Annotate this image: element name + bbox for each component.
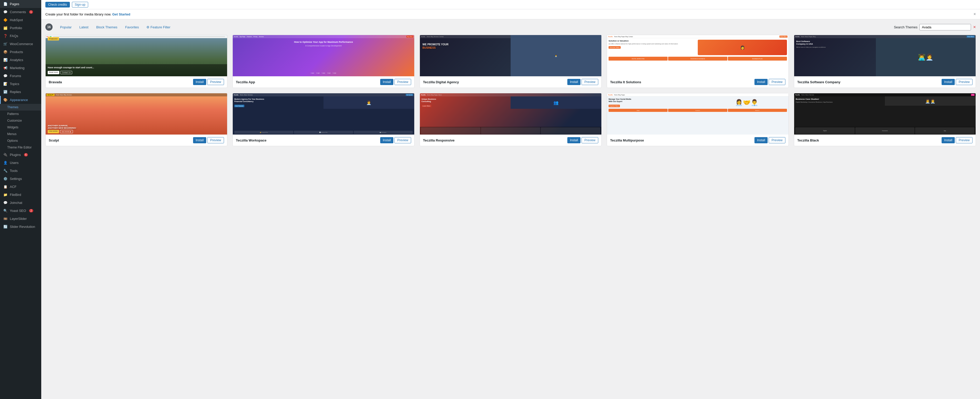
sidebar-item-layerslider[interactable]: 🎞️ LayerSlider [0,215,41,223]
sidebar-item-hubspot[interactable]: 🔶 HubSpot [0,16,41,24]
filter-favorites[interactable]: Favorites [122,24,142,30]
theme-count: 16 [45,24,52,31]
sidebar-item-marketing[interactable]: 📢 Marketing [0,64,41,72]
theme-grid: Have enough courage to start and count..… [45,35,976,146]
sidebar-item-label: Settings [10,177,22,181]
sidebar-item-options[interactable]: Options [0,137,41,144]
sidebar: 📄 Pages 💬 Comments 1 🔶 HubSpot 🗂️ Portfo… [0,0,41,399]
sidebar-item-users[interactable]: 👤 Users [0,159,41,167]
teczilla-software-install-button[interactable]: Install [942,79,955,85]
sidebar-item-forums[interactable]: 💬 Forums [0,72,41,80]
teczilla-software-preview-button[interactable]: Preview [956,79,972,85]
signup-button[interactable]: Sign-up [72,2,88,8]
teczilla-digital-preview-button[interactable]: Preview [582,79,598,85]
theme-card-teczilla-software[interactable]: TeczillaHomeAboutPagesBlog Show More Bes… [794,35,976,88]
theme-card-teczilla-digital[interactable]: TeczillaHomeBlogServicesContact WE PROMO… [420,35,601,88]
teczilla-multipurpose-preview-button[interactable]: Preview [768,137,785,143]
sidebar-item-filebird[interactable]: 📁 FileBird [0,191,41,199]
sidebar-item-widgets[interactable]: Widgets [0,124,41,131]
sidebar-item-settings[interactable]: ⚙️ Settings [0,175,41,183]
teczilla-black-preview-button[interactable]: Preview [956,137,972,143]
sidebar-item-themes[interactable]: Themes [0,104,41,111]
search-themes-input[interactable] [920,24,971,30]
get-started-link[interactable]: Get Started [112,13,130,16]
main-area: Check credits Sign-up Create your first … [41,0,980,399]
sidebar-item-plugins[interactable]: 🔌 Plugins 6 [0,151,41,159]
filter-latest[interactable]: Latest [76,24,92,30]
teczilla-responsive-preview-button[interactable]: Preview [582,137,598,143]
theme-card-teczilla-multipurpose[interactable]: Teczilla HomeBlogPages Manage Your Socia… [607,93,789,146]
theme-card-teczilla-app[interactable]: Teczilla App Page Features Pricing Servi… [232,35,414,88]
yoast-icon: 🔍 [3,209,8,213]
theme-card-teczilla-responsive[interactable]: Teczilla HomeBlogPagesAbout Unique Busin… [420,93,601,146]
sidebar-item-customize[interactable]: Customize [0,117,41,124]
analytics-icon: 📊 [3,58,8,62]
teczilla-digital-install-button[interactable]: Install [567,79,581,85]
search-clear-button[interactable]: × [973,24,976,30]
filebird-icon: 📁 [3,193,8,197]
teczilla-multipurpose-install-button[interactable]: Install [754,137,768,143]
teczilla-app-install-button[interactable]: Install [380,79,393,85]
sidebar-sub-label: Widgets [7,126,18,129]
theme-card-bravada[interactable]: Have enough courage to start and count..… [45,35,228,88]
theme-image-teczilla-workspace: Teczilla HomeAboutServices Get Quote Mod… [233,93,414,135]
acf-icon: 📋 [3,185,8,189]
feature-filter-button[interactable]: ⚙ Feature Filter [146,25,170,29]
theme-card-teczilla-workspace[interactable]: Teczilla HomeAboutServices Get Quote Mod… [232,93,414,146]
theme-card-sculpt[interactable]: SCULPT HomeAboutBlogServices ANOTHER SUN… [45,93,228,146]
theme-image-teczilla-app: Teczilla App Page Features Pricing Servi… [233,35,414,76]
theme-card-teczilla-it[interactable]: Teczilla HomeBlogPagesBlogContact Show M… [607,35,789,88]
sidebar-item-label: Topics [10,82,19,86]
sidebar-item-joinchat[interactable]: 💬 Joinchat [0,199,41,207]
search-themes-container: Search Themes × [894,24,976,30]
sidebar-item-replies[interactable]: ↩️ Replies [0,88,41,96]
sidebar-item-menus[interactable]: Menus [0,131,41,137]
bravada-install-button[interactable]: Install [193,79,206,85]
teczilla-multipurpose-footer: Teczilla Multipurpose Install Preview [607,135,789,146]
notice-close-button[interactable]: × [974,12,976,16]
sidebar-item-woocommerce[interactable]: 🛒 WooCommerce [0,40,41,48]
bravada-name: Bravada [49,80,62,84]
sidebar-sub-label: Menus [7,132,16,136]
sidebar-item-patterns[interactable]: Patterns [0,111,41,117]
settings-icon: ⚙️ [3,177,8,181]
sculpt-install-button[interactable]: Install [193,137,206,143]
bravada-preview-button[interactable]: Preview [207,79,224,85]
sidebar-item-appearance[interactable]: 🎨 Appearance [0,96,41,104]
teczilla-it-preview-button[interactable]: Preview [768,79,785,85]
teczilla-black-install-button[interactable]: Install [942,137,955,143]
sidebar-item-slider-revolution[interactable]: 🔄 Slider Revolution [0,223,41,230]
filter-popular[interactable]: Popular [57,24,75,30]
teczilla-it-install-button[interactable]: Install [754,79,768,85]
teczilla-responsive-install-button[interactable]: Install [567,137,581,143]
sidebar-item-products[interactable]: 📦 Products [0,48,41,56]
yoast-badge: 2 [29,209,33,212]
feature-filter-label: Feature Filter [151,25,170,29]
teczilla-app-preview-button[interactable]: Preview [395,79,411,85]
sidebar-item-yoast[interactable]: 🔍 Yoast SEO 2 [0,207,41,215]
sidebar-item-portfolio[interactable]: 🗂️ Portfolio [0,24,41,32]
sidebar-item-faqs[interactable]: ❓ FAQs [0,32,41,40]
sidebar-item-label: Slider Revolution [10,225,35,229]
teczilla-workspace-install-button[interactable]: Install [380,137,393,143]
sidebar-item-comments[interactable]: 💬 Comments 1 [0,8,41,16]
theme-card-teczilla-black[interactable]: Teczilla HomeAboutServices Hot Business … [794,93,976,146]
sculpt-name: Sculpt [49,138,59,142]
sidebar-item-topics[interactable]: 📝 Topics [0,80,41,88]
sidebar-item-label: Joinchat [10,201,22,205]
sidebar-item-pages[interactable]: 📄 Pages [0,0,41,8]
filter-block-themes[interactable]: Block Themes [93,24,121,30]
plugins-badge: 6 [24,153,28,156]
sidebar-item-tools[interactable]: 🔧 Tools [0,167,41,175]
theme-image-teczilla-black: Teczilla HomeAboutServices Hot Business … [794,93,975,135]
replies-icon: ↩️ [3,90,8,94]
teczilla-workspace-preview-button[interactable]: Preview [395,137,411,143]
theme-image-teczilla-digital: TeczillaHomeBlogServicesContact WE PROMO… [420,35,601,76]
sculpt-preview-button[interactable]: Preview [207,137,224,143]
teczilla-responsive-name: Teczilla Responsive [423,138,455,142]
sidebar-item-theme-file-editor[interactable]: Theme File Editor [0,144,41,151]
sidebar-item-acf[interactable]: 📋 ACF [0,183,41,191]
sidebar-item-analytics[interactable]: 📊 Analytics [0,56,41,64]
check-credits-button[interactable]: Check credits [45,2,70,8]
sidebar-item-label: HubSpot [10,18,23,22]
